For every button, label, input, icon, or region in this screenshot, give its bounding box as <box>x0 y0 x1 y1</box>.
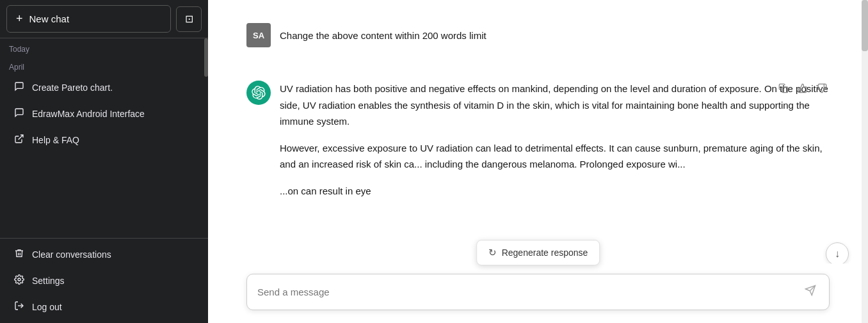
input-container <box>246 274 830 310</box>
user-message: SA Change the above content within 200 w… <box>246 13 830 58</box>
send-button[interactable] <box>802 282 819 302</box>
svg-line-0 <box>19 135 23 139</box>
svg-point-1 <box>18 278 20 281</box>
sidebar-item-settings[interactable]: Settings <box>4 268 204 294</box>
create-pareto-label: Create Pareto chart. <box>32 83 113 93</box>
sidebar-item-edrawmax[interactable]: EdrawMax Android Interface <box>4 101 204 127</box>
openai-logo-icon <box>252 86 266 100</box>
ai-paragraph-2: However, excessive exposure to UV radiat… <box>280 140 830 173</box>
right-scrollbar <box>862 0 868 323</box>
new-chat-label: New chat <box>29 13 70 24</box>
chat-bubble-icon-2 <box>13 107 26 120</box>
sidebar: + New chat ⊡ Today April Create Pareto c… <box>0 0 208 323</box>
thumbs-down-icon <box>817 84 827 95</box>
thumbs-up-button[interactable] <box>795 81 810 98</box>
message-input[interactable] <box>257 287 796 297</box>
svg-rect-3 <box>782 87 788 93</box>
copy-button[interactable] <box>776 81 791 98</box>
log-out-label: Log out <box>32 302 62 312</box>
edrawmax-label: EdrawMax Android Interface <box>32 109 145 119</box>
regenerate-tooltip[interactable]: ↻ Regenerate response <box>476 240 600 265</box>
chat-bubble-icon <box>13 81 26 94</box>
thumbs-up-icon <box>798 84 808 95</box>
sidebar-item-create-pareto[interactable]: Create Pareto chart. <box>4 75 204 100</box>
ai-avatar <box>246 81 271 105</box>
regenerate-icon: ↻ <box>488 247 497 258</box>
new-chat-button[interactable]: + New chat <box>6 5 171 33</box>
sidebar-item-help-faq[interactable]: Help & FAQ <box>4 127 204 153</box>
scroll-bottom-button[interactable]: ↓ <box>826 242 849 265</box>
sidebar-item-clear-conversations[interactable]: Clear conversations <box>4 242 204 267</box>
clear-conversations-label: Clear conversations <box>32 249 111 260</box>
ai-message: UV radiation has both positive and negat… <box>246 70 830 209</box>
trash-icon <box>13 248 26 261</box>
send-icon <box>805 285 816 299</box>
user-avatar: SA <box>246 23 271 47</box>
logout-icon <box>13 301 26 313</box>
help-faq-label: Help & FAQ <box>32 135 79 145</box>
gear-icon <box>13 274 26 287</box>
right-scrollbar-thumb <box>862 0 868 51</box>
main-content: SA Change the above content within 200 w… <box>208 0 868 323</box>
thumbs-down-button[interactable] <box>814 81 830 98</box>
plus-icon: + <box>16 12 23 26</box>
sidebar-bottom: Clear conversations Settings Log out <box>0 238 208 323</box>
external-link-icon <box>13 134 26 146</box>
user-message-text: Change the above content within 200 word… <box>280 23 486 43</box>
ai-message-content: UV radiation has both positive and negat… <box>280 81 830 199</box>
today-label: Today <box>0 38 208 56</box>
input-area <box>208 264 868 323</box>
ai-message-text: UV radiation has both positive and negat… <box>280 81 830 199</box>
sidebar-scroll: Today April Create Pareto chart. EdrawMa… <box>0 38 208 238</box>
settings-label: Settings <box>32 276 65 286</box>
sidebar-item-log-out[interactable]: Log out <box>4 294 204 320</box>
sidebar-top: + New chat ⊡ <box>0 0 208 38</box>
ai-paragraph-3: ...on can result in eye <box>280 183 830 200</box>
message-actions <box>776 81 830 98</box>
ai-paragraph-1: UV radiation has both positive and negat… <box>280 81 830 130</box>
regenerate-label: Regenerate response <box>502 248 588 258</box>
april-label: April <box>0 56 208 74</box>
sidebar-collapse-button[interactable]: ⊡ <box>176 6 202 32</box>
collapse-icon: ⊡ <box>185 13 193 25</box>
chat-area: SA Change the above content within 200 w… <box>208 0 868 264</box>
scroll-down-arrow-icon: ↓ <box>835 248 840 260</box>
copy-icon <box>778 84 789 95</box>
